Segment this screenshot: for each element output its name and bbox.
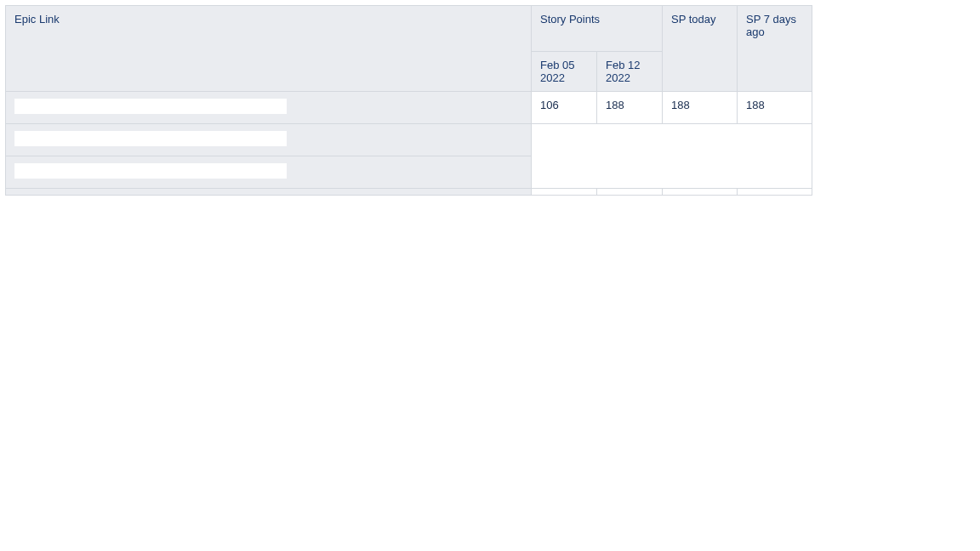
pivot-table: Epic Link Story Points SP today SP 7 day… [5, 5, 812, 196]
cell-epic-link[interactable] [6, 92, 532, 124]
cell-tail [597, 189, 663, 196]
header-sp-7-days-ago[interactable]: SP 7 days ago [738, 6, 812, 92]
header-date-feb-05[interactable]: Feb 05 2022 [532, 52, 597, 92]
cell-sp-today[interactable]: 188 [663, 92, 738, 124]
cell-tail [663, 189, 738, 196]
header-date-feb-12[interactable]: Feb 12 2022 [597, 52, 663, 92]
cell-epic-link-tail [6, 189, 532, 196]
epic-link-value [14, 131, 287, 146]
pivot-table-header: Epic Link Story Points SP today SP 7 day… [6, 6, 812, 92]
table-row[interactable]: 106 188 188 188 [6, 92, 812, 124]
header-story-points[interactable]: Story Points [532, 6, 663, 52]
cell-sp-feb12[interactable]: 188 [597, 92, 663, 124]
header-epic-link[interactable]: Epic Link [6, 6, 532, 92]
table-row-tail [6, 189, 812, 196]
cell-tail [738, 189, 812, 196]
cell-epic-link[interactable] [6, 124, 532, 156]
pivot-table-body: 106 188 188 188 [6, 92, 812, 196]
epic-link-value [14, 99, 287, 114]
cell-sp-feb05[interactable]: 106 [532, 92, 597, 124]
cell-empty-block [532, 124, 812, 189]
epic-link-value [14, 163, 287, 179]
header-sp-today[interactable]: SP today [663, 6, 738, 92]
cell-tail [532, 189, 597, 196]
cell-sp-7days[interactable]: 188 [738, 92, 812, 124]
cell-epic-link[interactable] [6, 156, 532, 189]
table-row[interactable] [6, 124, 812, 156]
